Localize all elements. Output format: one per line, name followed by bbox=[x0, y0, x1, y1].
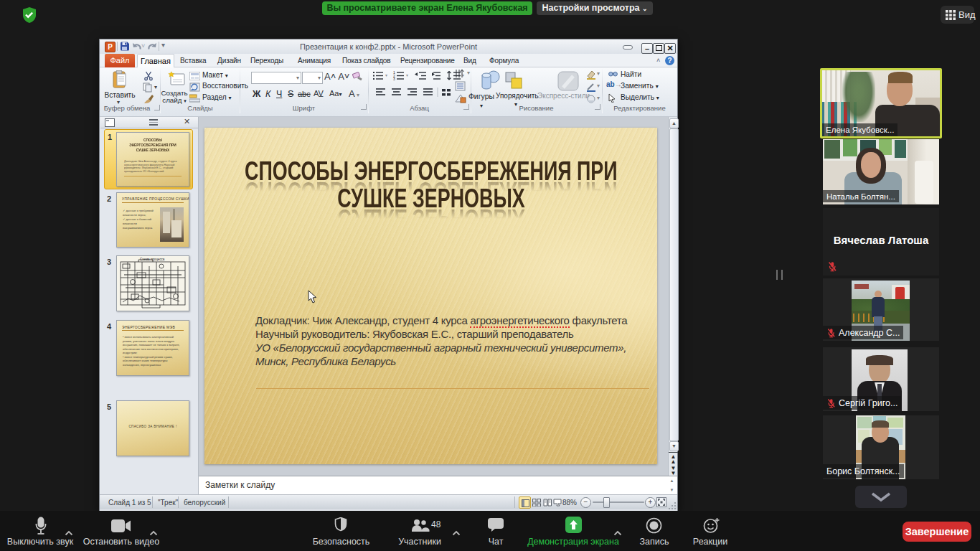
svg-text:▾: ▾ bbox=[406, 73, 408, 77]
svg-text:Схема процесса: Схема процесса bbox=[140, 258, 165, 261]
svg-text:3: 3 bbox=[393, 77, 395, 80]
svg-text:▾: ▾ bbox=[385, 73, 387, 77]
